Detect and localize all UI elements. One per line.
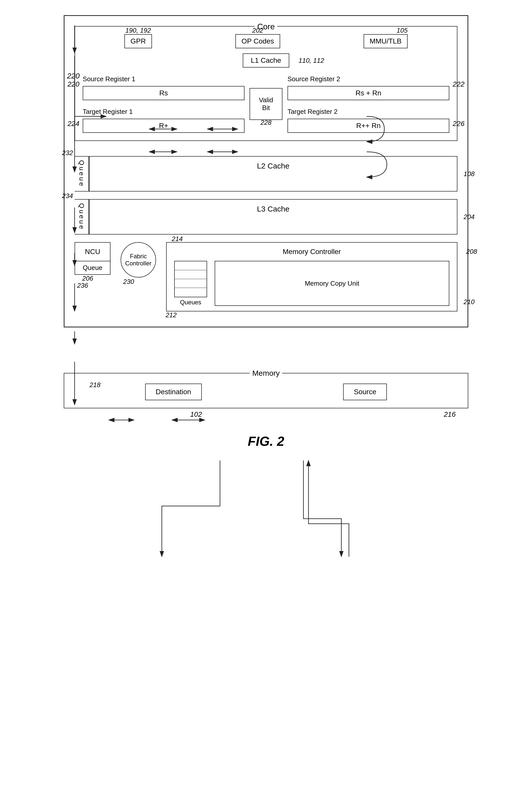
memory-label: Memory — [250, 369, 282, 377]
ncu-queue-box: Queue — [75, 261, 111, 275]
ref-214: 214 — [172, 235, 183, 243]
ref-222: 222 — [453, 80, 464, 88]
register-area: 220 224 222 226 Source Register 1 Rs Tar… — [83, 75, 449, 133]
l3-queue-box: Queue — [75, 199, 89, 235]
ref-206: 206 — [82, 275, 93, 282]
ref-234: 234 — [62, 192, 73, 200]
ref-218: 218 — [90, 381, 100, 389]
target-reg2-group: Target Register 2 R++ Rn — [287, 108, 449, 133]
l3-ref: 204 — [464, 213, 475, 221]
memory-section-wrapper: Memory 218 Destination Source 102 216 — [64, 358, 468, 408]
source-reg2-group: Source Register 2 Rs + Rn — [287, 75, 449, 100]
ref-210: 210 — [464, 298, 475, 306]
queue-stripe-1 — [175, 261, 207, 270]
l3-cache-row: Queue L3 Cache 204 — [75, 199, 457, 235]
ref-236: 236 — [77, 282, 88, 290]
opcodes-box: OP Codes — [235, 34, 280, 48]
target-reg1-group: Target Register 1 R+ — [83, 108, 245, 133]
ref-220-outer: 220 — [67, 72, 80, 80]
bottom-row: NCU Queue 206 236 Fabric Controller 230 … — [75, 242, 457, 312]
core-top-row: 190, 192 GPR 202 OP Codes 105 MMU/TLB — [83, 34, 449, 48]
ref-224: 224 — [68, 120, 79, 128]
l2-ref: 108 — [464, 170, 475, 178]
mmu-ref: 105 — [397, 26, 407, 34]
l1-row: L1 Cache 110, 112 — [83, 53, 449, 68]
mmu-box: MMU/TLB — [364, 34, 407, 48]
gpr-ref: 190, 192 — [126, 26, 151, 34]
queues-wrapper: Queues — [174, 261, 207, 306]
target-reg2-label: Target Register 2 — [287, 108, 449, 116]
gpr-box: GPR — [125, 34, 152, 48]
opcodes-ref: 202 — [252, 26, 263, 34]
l3-cache-box: L3 Cache 204 — [89, 199, 457, 235]
l2-cache-row: Queue L2 Cache 108 — [75, 156, 457, 191]
ncu-block: NCU Queue 206 236 — [75, 242, 111, 275]
ref-232: 232 — [62, 149, 73, 157]
l1-ref: 110, 112 — [299, 57, 324, 64]
fabric-circle: Fabric Controller — [120, 242, 156, 278]
mc-inner: Queues Memory Copy Unit — [174, 261, 449, 306]
ref-208: 208 — [466, 248, 477, 256]
mmu-wrapper: 105 MMU/TLB — [364, 34, 407, 48]
gpr-wrapper: 190, 192 GPR — [125, 34, 152, 48]
fig-label: FIG. 2 — [248, 434, 284, 449]
memory-section: Memory 218 Destination Source — [64, 373, 468, 408]
source-reg2-label: Source Register 2 — [287, 75, 449, 83]
queues-stack — [174, 261, 207, 297]
right-reg-column: Source Register 2 Rs + Rn Target Registe… — [287, 75, 449, 133]
memory-inner: Destination Source — [74, 381, 458, 400]
diagram-container: Core 190, 192 GPR 202 OP Codes 105 — [26, 15, 506, 449]
core-box: Core 190, 192 GPR 202 OP Codes 105 — [75, 26, 457, 141]
queue-stripe-3 — [175, 279, 207, 288]
ref-216: 216 — [444, 410, 456, 419]
outer-box: Core 190, 192 GPR 202 OP Codes 105 — [64, 15, 468, 328]
ref-220-left: 220 — [68, 80, 79, 88]
ref-226: 226 — [453, 120, 464, 128]
left-reg-column: Source Register 1 Rs Target Register 1 R… — [83, 75, 245, 133]
rplusplus-box: R++ Rn — [287, 119, 449, 133]
queue-stripe-2 — [175, 270, 207, 279]
opcodes-wrapper: 202 OP Codes — [235, 34, 280, 48]
mc-label: Memory Controller — [174, 248, 449, 256]
source-reg1-label: Source Register 1 — [83, 75, 245, 83]
l2-section: 232 Queue L2 Cache 108 — [75, 156, 457, 191]
valid-bit-box: Valid Bit 228 — [250, 88, 282, 120]
rs-box: Rs — [83, 86, 245, 100]
valid-bit-label: Valid Bit — [259, 96, 273, 112]
ref-212: 212 — [166, 311, 176, 319]
ref-230: 230 — [123, 278, 134, 286]
ref-228: 228 — [261, 119, 271, 127]
source-box: Source — [343, 384, 387, 400]
ref-102: 102 — [190, 410, 202, 419]
queues-label: Queues — [180, 299, 201, 306]
l2-queue-box: Queue — [75, 156, 89, 191]
ncu-box: NCU — [75, 242, 111, 261]
rs-rn-box: Rs + Rn — [287, 86, 449, 100]
rplus-box: R+ — [83, 119, 245, 133]
memory-controller-box: 208 210 214 Memory Controller Queues — [166, 242, 457, 312]
fabric-wrapper: Fabric Controller 230 — [120, 242, 156, 278]
l3-section: 234 Queue L3 Cache 204 — [75, 199, 457, 235]
source-reg1-group: Source Register 1 Rs — [83, 75, 245, 100]
l1-box: L1 Cache 110, 112 — [243, 53, 289, 68]
destination-box: Destination — [145, 384, 202, 400]
queue-stripe-4 — [175, 288, 207, 297]
target-reg1-label: Target Register 1 — [83, 108, 245, 116]
memory-copy-unit-box: Memory Copy Unit — [215, 261, 449, 306]
l2-cache-box: L2 Cache 108 — [89, 156, 457, 191]
